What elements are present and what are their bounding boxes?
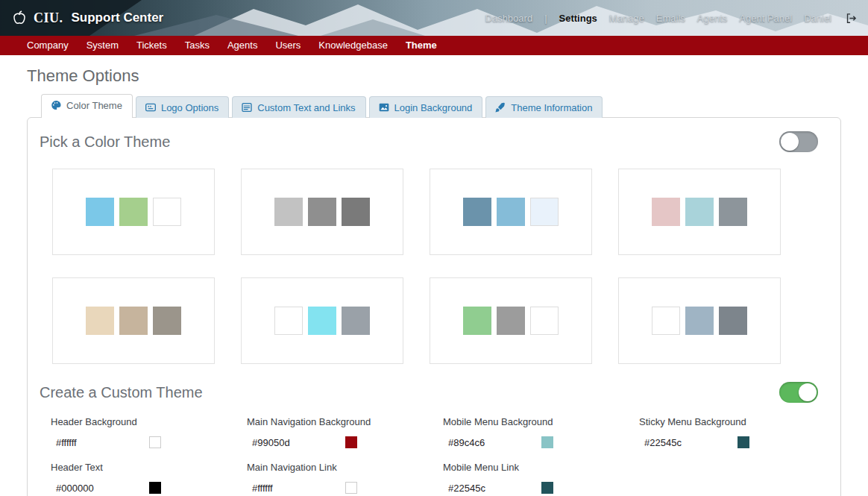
theme-swatch <box>685 198 714 226</box>
theme-card-3[interactable] <box>430 169 592 255</box>
tab-login-background[interactable]: Login Background <box>369 96 483 118</box>
color-swatch[interactable] <box>345 482 357 494</box>
field-main-navigation-background: Main Navigation Background#99050d <box>247 416 443 448</box>
tab-bar: Color ThemeLogo OptionsCustom Text and L… <box>27 94 841 118</box>
field-label: Mobile Menu Background <box>443 416 639 427</box>
theme-card-5[interactable] <box>52 277 215 364</box>
field-mobile-menu-background: Mobile Menu Background#89c4c6 <box>443 416 639 448</box>
theme-swatch <box>119 198 148 226</box>
theme-swatch <box>685 307 714 335</box>
top-nav-item-agents[interactable]: Agents <box>697 13 727 24</box>
theme-card-1[interactable] <box>52 169 215 255</box>
theme-swatch <box>719 307 747 335</box>
top-nav-item-manage[interactable]: Manage <box>609 13 644 24</box>
tab-label: Theme Information <box>511 102 592 113</box>
toggle-knob <box>799 383 817 401</box>
color-value: #22545c <box>448 483 485 494</box>
app-title: Support Center <box>72 10 164 25</box>
main-nav-item-tickets[interactable]: Tickets <box>128 36 176 55</box>
main-nav: CompanySystemTicketsTasksAgentsUsersKnow… <box>0 36 868 55</box>
top-nav: Dashboard|SettingsManageEmailsAgentsAgen… <box>485 13 831 24</box>
tab-label: Logo Options <box>161 102 218 113</box>
field-label: Mobile Menu Link <box>443 462 639 473</box>
palette-icon <box>50 99 62 111</box>
color-value: #99050d <box>252 437 290 448</box>
theme-swatch <box>463 307 491 335</box>
top-nav-item-agent-panel[interactable]: Agent Panel <box>739 13 792 24</box>
main-nav-item-users[interactable]: Users <box>266 36 309 55</box>
theme-swatch <box>652 198 680 226</box>
field-header-background: Header Background#ffffff <box>51 416 247 448</box>
theme-swatch <box>342 307 370 335</box>
main-nav-item-tasks[interactable]: Tasks <box>176 36 218 55</box>
theme-swatch <box>497 307 525 335</box>
logo-text: CIU. <box>34 10 63 26</box>
main-nav-item-theme[interactable]: Theme <box>397 36 446 55</box>
theme-swatch <box>86 307 114 335</box>
color-value-input[interactable]: #22545c <box>443 482 553 494</box>
color-value: #22545c <box>644 437 682 448</box>
top-nav-item-dashboard[interactable]: Dashboard <box>485 13 533 24</box>
pick-theme-toggle[interactable] <box>779 131 818 152</box>
custom-theme-toggle[interactable] <box>779 382 818 403</box>
image-icon <box>378 101 390 113</box>
theme-card-2[interactable] <box>241 169 403 255</box>
color-value-input[interactable]: #89c4c6 <box>443 436 553 448</box>
top-nav-item-daniel[interactable]: Daniel <box>804 13 831 24</box>
main-nav-item-company[interactable]: Company <box>18 36 78 55</box>
theme-swatch <box>719 198 747 226</box>
field-header-text: Header Text#000000 <box>51 462 247 494</box>
top-nav-item-settings[interactable]: Settings <box>559 13 597 24</box>
tab-color-theme[interactable]: Color Theme <box>41 94 133 118</box>
theme-card-6[interactable] <box>241 277 403 364</box>
color-swatch[interactable] <box>541 436 553 448</box>
field-label: Header Text <box>51 462 247 473</box>
app-header: CIU. Support Center Dashboard|SettingsMa… <box>0 0 868 36</box>
logo-icon <box>145 101 157 113</box>
main-nav-item-agents[interactable]: Agents <box>218 36 266 55</box>
theme-swatch <box>274 198 303 226</box>
color-value-input[interactable]: #ffffff <box>51 436 161 448</box>
theme-swatch <box>119 307 148 335</box>
tab-logo-options[interactable]: Logo Options <box>136 96 229 118</box>
pick-theme-section-head: Pick a Color Theme <box>28 118 840 152</box>
theme-grid <box>28 152 840 368</box>
color-value: #ffffff <box>252 483 273 494</box>
apple-logo-icon <box>10 9 28 27</box>
logo[interactable]: CIU. Support Center <box>10 9 163 27</box>
field-main-navigation-link: Main Navigation Link#ffffff <box>247 462 443 494</box>
top-nav-item-emails[interactable]: Emails <box>656 13 685 24</box>
color-swatch[interactable] <box>738 436 749 448</box>
tab-custom-text-and-links[interactable]: Custom Text and Links <box>232 96 365 118</box>
color-value: #ffffff <box>56 437 77 448</box>
color-swatch[interactable] <box>149 436 161 448</box>
theme-swatch <box>497 198 525 226</box>
color-value: #000000 <box>56 483 94 494</box>
field-mobile-menu-link: Mobile Menu Link#22545c <box>443 462 639 494</box>
main-nav-item-knowledgebase[interactable]: Knowledgebase <box>309 36 397 55</box>
main-nav-item-system[interactable]: System <box>78 36 128 55</box>
tab-theme-information[interactable]: Theme Information <box>485 96 603 118</box>
theme-card-4[interactable] <box>618 169 781 255</box>
color-swatch[interactable] <box>541 482 553 494</box>
theme-swatch <box>153 307 181 335</box>
color-value-input[interactable]: #ffffff <box>247 482 357 494</box>
top-nav-separator: | <box>544 13 547 24</box>
theme-panel: Pick a Color Theme Create a Custom Theme… <box>27 117 841 496</box>
pick-theme-title: Pick a Color Theme <box>40 134 170 151</box>
custom-theme-title: Create a Custom Theme <box>40 384 203 401</box>
theme-swatch <box>342 198 370 226</box>
color-value-input[interactable]: #22545c <box>639 436 749 448</box>
theme-swatch <box>652 307 680 335</box>
field-label: Header Background <box>51 416 247 427</box>
color-swatch[interactable] <box>149 482 161 494</box>
color-value-input[interactable]: #000000 <box>51 482 161 494</box>
color-swatch[interactable] <box>345 436 357 448</box>
theme-card-8[interactable] <box>618 277 781 364</box>
rocket-icon <box>494 101 506 113</box>
field-label: Main Navigation Background <box>247 416 443 427</box>
theme-swatch <box>530 198 559 226</box>
theme-card-7[interactable] <box>430 277 592 364</box>
color-value-input[interactable]: #99050d <box>247 436 357 448</box>
logout-icon[interactable] <box>845 12 858 25</box>
